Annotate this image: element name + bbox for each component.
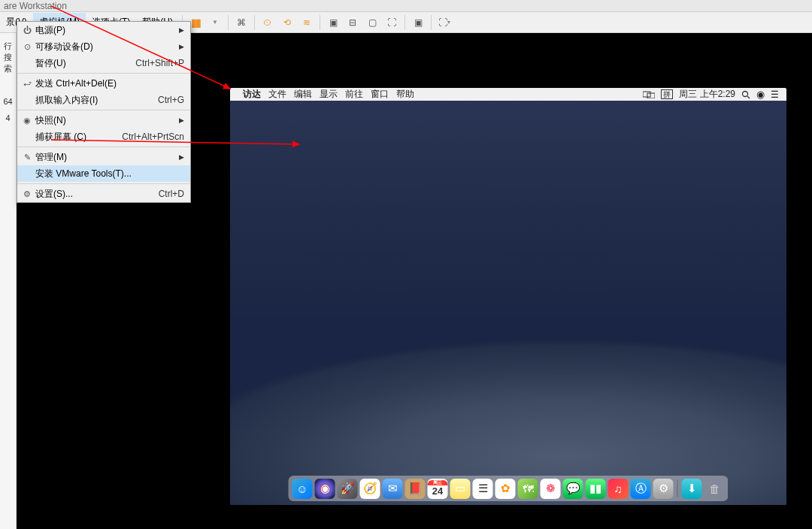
menu-item[interactable]: ⚙设置(S)...Ctrl+D [17,186,190,202]
menu-separator [17,147,190,147]
siri-icon[interactable]: ◉ [756,89,765,100]
menu-separator [17,110,190,110]
dock-downloads-icon[interactable]: ⬇ [682,479,702,499]
dock-safari-icon[interactable]: 🧭 [360,479,380,499]
snapshot-take-icon[interactable]: ⏲ [259,14,276,31]
menu-item[interactable]: ⊙可移动设备(D)▶ [17,38,190,55]
dock-settings-icon[interactable]: ⚙ [653,479,674,499]
menu-item-label: 暂停(U) [34,57,135,70]
snapshot-manage-icon[interactable]: ≋ [298,14,315,31]
dock-notes-icon[interactable]: ▭ [450,479,471,499]
mac-menu-file[interactable]: 文件 [268,88,286,101]
mac-menu-help[interactable]: 帮助 [396,88,414,101]
mac-datetime[interactable]: 周三 上午2:29 [679,88,735,101]
dock-facetime-icon[interactable]: ▮▮ [586,479,606,499]
menu-item-icon: ◉ [20,116,34,125]
menu-item-label: 捕获屏幕 (C) [34,131,122,144]
dock-photos-icon[interactable]: ✿ [495,479,516,499]
mac-menu-view[interactable]: 显示 [320,88,338,101]
menu-item-label: 管理(M) [34,151,184,164]
menu-item-label: 抓取输入内容(I) [34,94,158,107]
dock-messages-icon[interactable]: 💬 [563,479,583,499]
mac-menu-edit[interactable]: 编辑 [294,88,312,101]
svg-rect-1 [647,93,655,98]
submenu-arrow-icon: ▶ [179,26,184,34]
notification-center-icon[interactable]: ☰ [771,89,779,100]
send-keys-icon[interactable]: ⌘ [233,14,250,31]
dock-itunes-icon[interactable]: ♫ [608,479,629,499]
submenu-arrow-icon: ▶ [179,116,184,124]
menu-item[interactable]: ⮐发送 Ctrl+Alt+Del(E) [17,75,190,92]
dock-siri-icon[interactable]: ◉ [315,479,335,499]
toolbar-sep [404,15,405,30]
dock-calendar-icon[interactable]: 周三24 [428,479,448,499]
dock-reminders-icon[interactable]: ☰ [473,479,493,499]
dock-maps-icon[interactable]: 🗺 [518,479,538,499]
toolbar-sep [431,15,432,30]
mac-vm-window[interactable]: 访达 文件 编辑 显示 前往 窗口 帮助 拼 周三 上午2:29 ◉ ☰ ☺◉🚀… [230,88,786,505]
menu-item-icon: ⊙ [20,42,34,52]
view-unity-icon[interactable]: ▢ [364,14,380,31]
view-thumbnail-icon[interactable]: ⊟ [344,14,361,31]
menu-separator [17,73,190,74]
svg-line-3 [747,96,750,98]
toolbar-sep [228,15,229,30]
display-mirror-icon[interactable] [643,91,655,98]
dropdown-caret-icon[interactable]: ▼ [207,14,223,31]
menu-item-icon: ✎ [20,153,34,162]
menu-item[interactable]: 抓取输入内容(I)Ctrl+G [17,92,190,108]
menu-item-icon: ⏻ [20,26,34,35]
mac-menu-go[interactable]: 前往 [345,88,363,101]
snapshot-revert-icon[interactable]: ⟲ [279,14,295,31]
dock-contacts-icon[interactable]: 📕 [405,479,426,499]
dock-mail-icon[interactable]: ✉ [383,479,403,499]
dock-finder-icon[interactable]: ☺ [292,479,313,499]
menu-item-shortcut: Ctrl+Shift+P [135,58,184,68]
dock-separator [677,480,678,497]
menu-separator [17,183,190,184]
sidebar-entry[interactable]: 4 [0,106,16,122]
view-console-icon[interactable]: ▣ [325,14,341,31]
dock-appstore-icon[interactable]: Ⓐ [631,479,651,499]
svg-point-2 [743,91,748,96]
app-title-bar: are Workstation [0,0,812,12]
menu-item-label: 安装 VMware Tools(T)... [34,168,184,180]
toolbar-sep [320,15,320,30]
view-console2-icon[interactable]: ▣ [410,14,426,31]
menu-item[interactable]: 安装 VMware Tools(T)... [17,165,190,182]
stretch-icon[interactable]: ⛶ ▾ [436,14,453,31]
left-sidebar: 行搜索 64 4 [0,33,17,529]
view-fullscreen-icon[interactable]: ⛶ [383,14,400,31]
menu-item[interactable]: ◉快照(N)▶ [17,112,190,128]
submenu-arrow-icon: ▶ [179,43,184,50]
vm-dropdown-menu: ⏻电源(P)▶⊙可移动设备(D)▶暂停(U)Ctrl+Shift+P⮐发送 Ct… [17,21,191,203]
menu-item[interactable]: ✎管理(M)▶ [17,149,190,165]
dock-launchpad-icon[interactable]: 🚀 [338,479,358,499]
sidebar-entry[interactable]: 64 [0,89,16,106]
spotlight-icon[interactable] [741,90,750,99]
menu-item-shortcut: Ctrl+Alt+PrtScn [122,131,184,142]
mac-dock: ☺◉🚀🧭✉📕周三24▭☰✿🗺❁💬▮▮♫Ⓐ⚙⬇🗑 [289,476,729,501]
menu-item-shortcut: Ctrl+G [158,95,184,105]
dock-photos2-icon[interactable]: ❁ [541,479,561,499]
menu-item[interactable]: ⏻电源(P)▶ [17,22,190,38]
mac-app-name[interactable]: 访达 [243,88,261,101]
mac-menubar: 访达 文件 编辑 显示 前往 窗口 帮助 拼 周三 上午2:29 ◉ ☰ [230,88,786,101]
menu-item[interactable]: 捕获屏幕 (C)Ctrl+Alt+PrtScn [17,128,190,145]
input-method-icon[interactable]: 拼 [661,89,673,99]
menu-item[interactable]: 暂停(U)Ctrl+Shift+P [17,55,190,71]
dock-trash-icon[interactable]: 🗑 [704,479,725,499]
menu-item-label: 可移动设备(D) [34,41,184,53]
submenu-arrow-icon: ▶ [179,153,184,161]
sidebar-search-label[interactable]: 行搜索 [0,33,16,74]
app-title-text: are Workstation [4,1,67,11]
menu-item-icon: ⮐ [20,79,34,88]
toolbar-sep [254,15,255,30]
menu-item-label: 快照(N) [34,114,184,127]
svg-rect-0 [643,92,650,97]
menu-item-label: 发送 Ctrl+Alt+Del(E) [34,77,184,90]
mac-desktop-wallpaper [230,101,786,505]
menu-item-icon: ⚙ [20,189,34,199]
mac-menu-window[interactable]: 窗口 [371,88,389,101]
menu-item-label: 电源(P) [34,24,184,37]
